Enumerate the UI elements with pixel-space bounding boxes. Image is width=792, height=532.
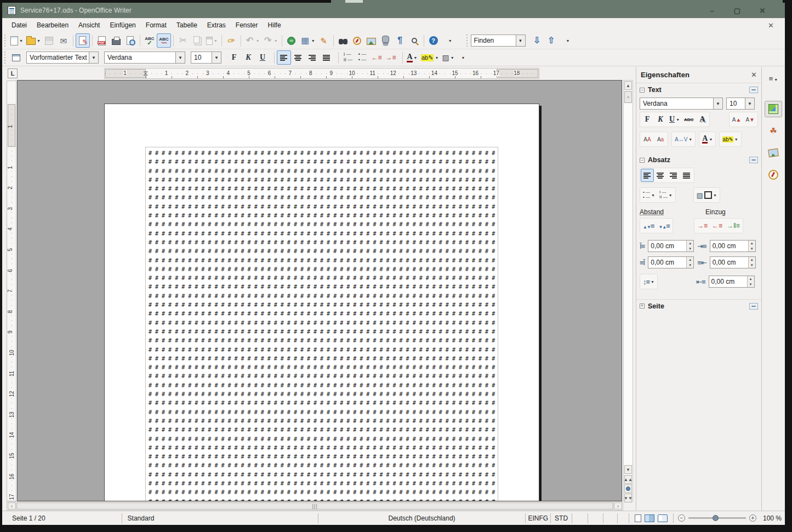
sidebar-size-dropdown-icon[interactable]: ▼ bbox=[745, 98, 754, 109]
align-justify-button[interactable] bbox=[320, 50, 334, 65]
text-dialog-launcher-icon[interactable]: ••• bbox=[749, 87, 758, 93]
sidebar-bullet-list-button[interactable]: • —• —▼ bbox=[641, 188, 657, 202]
format-paintbrush-button[interactable]: ✑ bbox=[224, 33, 238, 48]
save-button[interactable] bbox=[42, 33, 56, 48]
spellcheck-button[interactable]: ABC✓ bbox=[143, 33, 157, 48]
paragraph-section-header[interactable]: − Absatz ••• bbox=[636, 153, 761, 167]
font-size-combobox[interactable]: 10 ▼ bbox=[191, 52, 221, 64]
menu-ansicht[interactable]: Ansicht bbox=[73, 19, 105, 32]
page-dialog-launcher-icon[interactable]: ••• bbox=[749, 303, 758, 310]
new-dropdown-icon[interactable]: ▼ bbox=[19, 39, 23, 43]
expand-icon[interactable]: + bbox=[640, 304, 645, 308]
align-center-button[interactable] bbox=[291, 50, 305, 65]
collapse-icon[interactable]: − bbox=[640, 88, 645, 93]
text-section-header[interactable]: − Text ••• bbox=[636, 83, 761, 96]
sidebar-align-center-button[interactable] bbox=[654, 169, 667, 182]
redo-button[interactable]: ↷▼ bbox=[261, 33, 280, 48]
menu-tabelle[interactable]: Tabelle bbox=[172, 19, 202, 32]
scroll-up-icon[interactable]: ▲ bbox=[624, 81, 632, 90]
zoom-in-icon[interactable]: + bbox=[749, 514, 756, 522]
spinner-icons[interactable]: ▲▼ bbox=[748, 241, 755, 251]
grow-font-button[interactable]: A▲ bbox=[730, 113, 744, 126]
selection-mode-status[interactable]: STD bbox=[551, 513, 572, 523]
help-button[interactable]: ? bbox=[426, 33, 441, 48]
undo-button[interactable]: ↶▼ bbox=[243, 33, 261, 48]
paragraph-dialog-launcher-icon[interactable]: ••• bbox=[749, 157, 758, 163]
data-sources-button[interactable] bbox=[379, 33, 393, 48]
spacing-above-field[interactable]: 0,00 cm ▲▼ bbox=[648, 240, 694, 252]
print-button[interactable] bbox=[109, 33, 123, 48]
autospellcheck-button[interactable]: ABC~~ bbox=[157, 33, 171, 48]
paste-button[interactable]: ▼ bbox=[204, 33, 219, 48]
menu-datei[interactable]: Datei bbox=[7, 19, 32, 32]
spinner-icons[interactable]: ▲▼ bbox=[686, 257, 693, 268]
formatting-marks-button[interactable]: ¶ bbox=[393, 33, 407, 48]
indent-marker-icon[interactable]: ⧖ bbox=[142, 69, 149, 78]
insert-mode-status[interactable]: EINFG bbox=[526, 513, 551, 523]
page-section-header[interactable]: + Seite ••• bbox=[636, 299, 761, 312]
scroll-right-icon[interactable]: › bbox=[614, 502, 622, 510]
edit-file-button[interactable] bbox=[76, 33, 90, 48]
align-left-button[interactable] bbox=[277, 50, 291, 65]
close-document-icon[interactable]: ✕ bbox=[765, 20, 777, 31]
menu-extras[interactable]: Extras bbox=[202, 19, 231, 32]
page-number-status[interactable]: Seite 1 / 20 bbox=[2, 513, 122, 523]
underline-button[interactable]: U bbox=[255, 50, 270, 65]
sidebar-align-right-button[interactable] bbox=[667, 169, 680, 182]
draw-functions-button[interactable]: ✎ bbox=[317, 33, 331, 48]
export-pdf-button[interactable] bbox=[95, 33, 109, 48]
navigation-icon[interactable] bbox=[624, 484, 632, 493]
sidebar-underline-button[interactable]: U▼ bbox=[667, 113, 682, 126]
tab-gallery[interactable] bbox=[765, 145, 782, 161]
decrease-spacing-button[interactable]: ▼▲≡ bbox=[656, 219, 671, 232]
multi-page-view-icon[interactable] bbox=[645, 514, 654, 522]
find-toolbar-grip[interactable] bbox=[465, 35, 469, 47]
page-style-status[interactable]: Standard bbox=[122, 513, 318, 523]
menu-hilfe[interactable]: Hilfe bbox=[263, 19, 286, 32]
sidebar-align-left-button[interactable] bbox=[641, 169, 654, 182]
sidebar-menu-button[interactable]: ≡▼ bbox=[765, 70, 782, 87]
previous-page-icon[interactable]: ▲▲ bbox=[624, 475, 632, 484]
indent-before-field[interactable]: 0,00 cm ▲▼ bbox=[710, 240, 756, 252]
open-button[interactable]: ▼ bbox=[25, 33, 42, 48]
find-toolbar-overflow-icon[interactable]: ▼ bbox=[566, 39, 570, 43]
line-spacing-button[interactable]: ↕≡▼ bbox=[641, 275, 657, 288]
increase-spacing-button[interactable]: ▲▼≡ bbox=[641, 219, 656, 232]
tab-properties[interactable] bbox=[765, 101, 782, 117]
open-dropdown-icon[interactable]: ▼ bbox=[37, 39, 41, 43]
uppercase-button[interactable]: AA bbox=[641, 133, 654, 146]
document-page[interactable]: # # # # # # # # # # # # # # # # # # # # … bbox=[104, 104, 539, 501]
font-dropdown-icon[interactable]: ▼ bbox=[175, 52, 185, 63]
find-input[interactable]: Finden bbox=[471, 37, 516, 44]
navigator-button[interactable] bbox=[350, 33, 364, 48]
next-page-icon[interactable]: ▼▼ bbox=[624, 494, 632, 502]
spacing-below-field[interactable]: 0,00 cm ▲▼ bbox=[648, 256, 694, 268]
highlight-button[interactable]: ab✎▼ bbox=[419, 50, 440, 65]
sidebar-font-dropdown-icon[interactable]: ▼ bbox=[713, 98, 722, 109]
shrink-font-button[interactable]: A▼ bbox=[743, 113, 757, 126]
sidebar-close-icon[interactable]: ✕ bbox=[751, 71, 757, 79]
hyperlink-button[interactable]: ∞ bbox=[284, 33, 299, 48]
shadow-button[interactable]: A bbox=[696, 113, 709, 126]
ruler-corner-button[interactable]: L bbox=[8, 68, 18, 78]
zoom-button[interactable] bbox=[407, 33, 421, 48]
italic-button[interactable]: K bbox=[241, 50, 255, 65]
find-next-button[interactable]: ⇩ bbox=[530, 33, 544, 48]
menu-format[interactable]: Format bbox=[141, 19, 172, 32]
styles-window-button[interactable] bbox=[9, 50, 23, 65]
formatting-overflow-icon[interactable]: ▼ bbox=[461, 56, 465, 60]
find-previous-button[interactable]: ⇧ bbox=[544, 33, 559, 48]
toolbar-grip[interactable] bbox=[3, 35, 7, 47]
spinner-icons[interactable]: ▲▼ bbox=[686, 241, 693, 251]
zoom-level[interactable]: 100 % bbox=[761, 514, 785, 522]
find-dropdown-icon[interactable]: ▼ bbox=[516, 35, 525, 46]
decrease-indent-button[interactable]: ←≡ bbox=[369, 50, 384, 65]
toolbar-overflow-icon[interactable]: ▼ bbox=[448, 39, 452, 43]
document-canvas[interactable]: # # # # # # # # # # # # # # # # # # # # … bbox=[17, 80, 622, 501]
bold-button[interactable]: F bbox=[227, 50, 241, 65]
sidebar-increase-indent-button[interactable]: →≡ bbox=[695, 219, 710, 232]
bullet-list-button[interactable]: • —• — bbox=[355, 50, 369, 65]
scroll-down-icon[interactable]: ▼ bbox=[624, 465, 632, 474]
find-combobox[interactable]: Finden ▼ bbox=[471, 35, 526, 47]
zoom-out-icon[interactable]: − bbox=[678, 514, 685, 522]
